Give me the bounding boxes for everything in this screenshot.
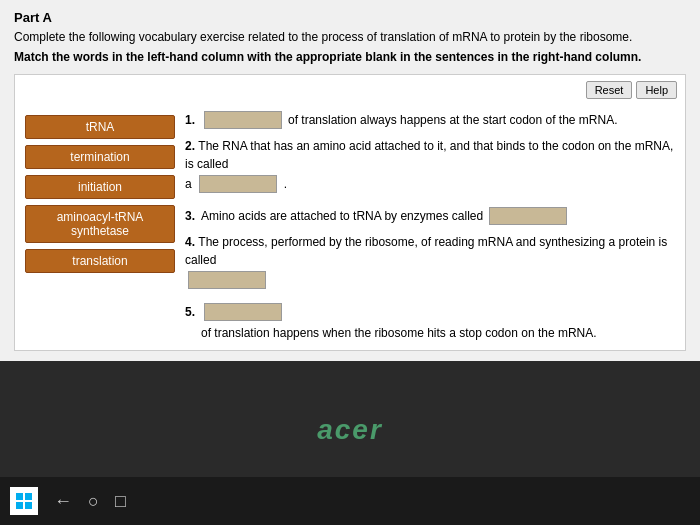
top-buttons: Reset Help (586, 81, 677, 99)
svg-rect-1 (25, 493, 32, 500)
sentence-3-text: Amino acids are attached to tRNA by enzy… (201, 207, 675, 225)
columns: tRNA termination initiation aminoacyl-tR… (25, 111, 675, 342)
sentence-4-block: 4. The process, performed by the ribosom… (185, 233, 675, 289)
sentence-2-blank-label: a (185, 177, 192, 191)
back-icon[interactable]: ← (54, 491, 72, 512)
acer-logo: acer (317, 414, 383, 445)
sentence-4-blank-row (185, 271, 675, 289)
sentence-5-row: 5. of translation happens when the ribos… (185, 303, 675, 342)
answer-box-3[interactable] (489, 207, 567, 225)
answer-box-5[interactable] (204, 303, 282, 321)
sentence-3-row: 3. Amino acids are attached to tRNA by e… (185, 207, 675, 225)
exercise-box: Reset Help tRNA termination initiation a… (14, 74, 686, 351)
answer-box-1[interactable] (204, 111, 282, 129)
instruction-2: Match the words in the left-hand column … (14, 49, 686, 66)
sentence-2-text: 2. The RNA that has an amino acid attach… (185, 137, 675, 173)
sentence-2-blank-row: a . (185, 175, 675, 193)
sentence-2-main: The RNA that has an amino acid attached … (185, 139, 673, 171)
help-button[interactable]: Help (636, 81, 677, 99)
vocab-word-initiation[interactable]: initiation (25, 175, 175, 199)
vocab-word-aminoacyl[interactable]: aminoacyl-tRNA synthetase (25, 205, 175, 243)
start-button[interactable] (10, 487, 38, 515)
circle-icon[interactable]: ○ (88, 491, 99, 512)
vocab-word-translation[interactable]: translation (25, 249, 175, 273)
answer-box-4[interactable] (188, 271, 266, 289)
svg-rect-0 (16, 493, 23, 500)
svg-rect-3 (25, 502, 32, 509)
taskbar: ← ○ □ (0, 477, 700, 525)
sentence-1-text: of translation always happens at the sta… (201, 111, 675, 129)
sentence-2-period: . (284, 177, 287, 191)
main-content: Part A Complete the following vocabulary… (0, 0, 700, 361)
sentence-1-number: 1. (185, 111, 197, 129)
right-column: 1. of translation always happens at the … (185, 111, 675, 342)
sentence-4-number: 4. (185, 235, 198, 249)
vocab-word-trna[interactable]: tRNA (25, 115, 175, 139)
vocab-word-termination[interactable]: termination (25, 145, 175, 169)
sentence-1-after: of translation always happens at the sta… (288, 111, 618, 129)
sentence-5-text: of translation happens when the ribosome… (201, 303, 675, 342)
sentence-3-number: 3. (185, 207, 197, 225)
svg-rect-2 (16, 502, 23, 509)
sentence-3-main: Amino acids are attached to tRNA by enzy… (201, 207, 483, 225)
left-column: tRNA termination initiation aminoacyl-tR… (25, 111, 175, 342)
sentence-4-text: 4. The process, performed by the ribosom… (185, 233, 675, 269)
sentence-5-after: of translation happens when the ribosome… (201, 324, 597, 342)
sentence-2-number: 2. (185, 139, 198, 153)
acer-logo-area: acer (317, 414, 383, 446)
answer-box-2[interactable] (199, 175, 277, 193)
reset-button[interactable]: Reset (586, 81, 633, 99)
part-label: Part A (14, 10, 686, 25)
instruction-1: Complete the following vocabulary exerci… (14, 29, 686, 46)
sentence-5-number: 5. (185, 303, 197, 321)
sentence-2-block: 2. The RNA that has an amino acid attach… (185, 137, 675, 193)
sentence-1-row: 1. of translation always happens at the … (185, 111, 675, 129)
sentence-4-main: The process, performed by the ribosome, … (185, 235, 667, 267)
square-icon[interactable]: □ (115, 491, 126, 512)
